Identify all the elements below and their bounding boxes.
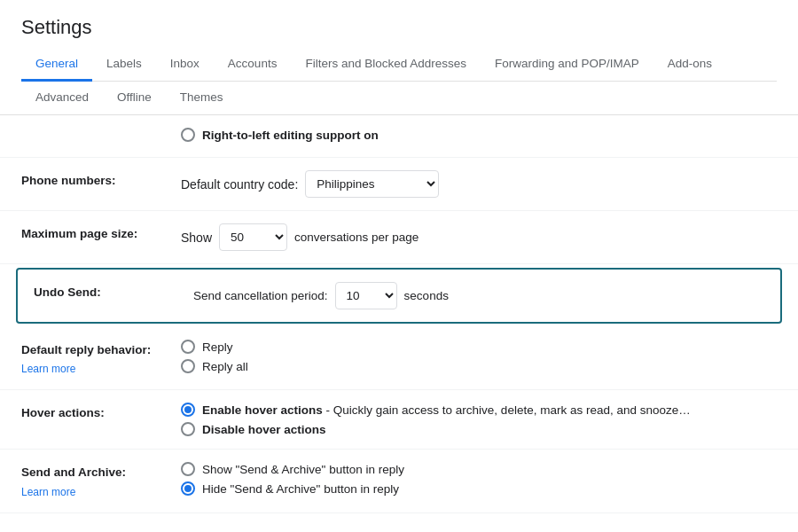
undo-send-row: Undo Send: Send cancellation period: 5 1… <box>16 268 782 324</box>
conversations-per-page-text: conversations per page <box>294 231 419 244</box>
send-archive-row: Send and Archive: Learn more Show "Send … <box>0 450 798 512</box>
show-send-archive-option[interactable]: Show "Send & Archive" button in reply <box>181 462 777 476</box>
max-page-size-label: Maximum page size: <box>21 223 181 243</box>
reply-label: Reply <box>202 340 233 354</box>
default-reply-content: Reply Reply all <box>181 340 777 373</box>
hide-send-archive-radio[interactable] <box>181 481 195 496</box>
tab-forwarding[interactable]: Forwarding and POP/IMAP <box>481 48 653 82</box>
reply-option[interactable]: Reply <box>181 340 777 354</box>
seconds-label: seconds <box>404 289 449 302</box>
tab-themes[interactable]: Themes <box>166 82 238 115</box>
tab-offline[interactable]: Offline <box>103 82 166 115</box>
default-reply-row: Default reply behavior: Learn more Reply… <box>0 327 798 390</box>
disable-hover-option[interactable]: Disable hover actions <box>181 422 777 436</box>
tab-addons[interactable]: Add-ons <box>653 48 726 82</box>
cancellation-period-select[interactable]: 5 10 20 30 <box>335 282 397 309</box>
tab-filters[interactable]: Filters and Blocked Addresses <box>291 48 481 82</box>
default-reply-learn-more[interactable]: Learn more <box>21 361 181 377</box>
cancellation-period-label: Send cancellation period: <box>193 289 328 302</box>
country-code-label: Default country code: <box>181 177 298 192</box>
show-label: Show <box>181 231 212 245</box>
hover-actions-content: Enable hover actions - Quickly gain acce… <box>181 403 777 436</box>
phone-numbers-content: Default country code: Philippines United… <box>181 170 777 198</box>
settings-header: Settings General Labels Inbox Accounts F… <box>0 0 798 82</box>
reply-all-radio[interactable] <box>181 359 195 373</box>
hide-send-archive-label: Hide "Send & Archive" button in reply <box>202 482 399 496</box>
tab-labels[interactable]: Labels <box>92 48 156 82</box>
phone-numbers-row: Phone numbers: Default country code: Phi… <box>0 158 798 211</box>
enable-hover-label: Enable hover actions - Quickly gain acce… <box>202 403 691 417</box>
undo-send-content: Send cancellation period: 5 10 20 30 sec… <box>193 282 764 309</box>
tab-inbox[interactable]: Inbox <box>156 48 214 82</box>
primary-tabs: General Labels Inbox Accounts Filters an… <box>21 48 777 82</box>
rtl-setting-row: Right-to-left editing support on <box>0 115 798 158</box>
enable-hover-option[interactable]: Enable hover actions - Quickly gain acce… <box>181 403 777 417</box>
show-send-archive-radio[interactable] <box>181 462 195 476</box>
hide-send-archive-option[interactable]: Hide "Send & Archive" button in reply <box>181 481 777 496</box>
hover-actions-row: Hover actions: Enable hover actions - Qu… <box>0 390 798 450</box>
hover-actions-label: Hover actions: <box>21 403 181 422</box>
tab-accounts[interactable]: Accounts <box>214 48 292 82</box>
default-reply-label: Default reply behavior: Learn more <box>21 340 181 377</box>
reply-radio[interactable] <box>181 340 195 354</box>
settings-content: Right-to-left editing support on Phone n… <box>0 115 798 532</box>
cancellation-row: Send cancellation period: 5 10 20 30 sec… <box>193 282 764 309</box>
rtl-radio[interactable] <box>181 128 195 142</box>
undo-send-label: Undo Send: <box>34 282 193 301</box>
country-code-select[interactable]: Philippines United States United Kingdom… <box>305 170 439 198</box>
send-archive-label: Send and Archive: Learn more <box>21 462 181 499</box>
rtl-option-row: Right-to-left editing support on <box>181 128 777 142</box>
page-size-row: Show 10 15 20 25 50 100 conversations pe… <box>181 223 777 251</box>
rtl-option-label: Right-to-left editing support on <box>202 129 379 142</box>
disable-hover-radio[interactable] <box>181 422 195 436</box>
phone-numbers-label: Phone numbers: <box>21 170 181 190</box>
disable-hover-label: Disable hover actions <box>202 423 326 436</box>
page-size-select[interactable]: 10 15 20 25 50 100 <box>219 223 287 251</box>
tab-general[interactable]: General <box>21 48 92 82</box>
send-archive-learn-more[interactable]: Learn more <box>21 484 181 500</box>
phone-country-row: Default country code: Philippines United… <box>181 170 777 198</box>
reply-all-label: Reply all <box>202 360 248 373</box>
tab-advanced[interactable]: Advanced <box>21 82 103 115</box>
reply-all-option[interactable]: Reply all <box>181 359 777 373</box>
max-page-size-row: Maximum page size: Show 10 15 20 25 50 1… <box>0 211 798 264</box>
show-send-archive-label: Show "Send & Archive" button in reply <box>202 463 404 476</box>
max-page-size-content: Show 10 15 20 25 50 100 conversations pe… <box>181 223 777 251</box>
rtl-content: Right-to-left editing support on <box>181 128 777 142</box>
enable-hover-radio[interactable] <box>181 403 195 417</box>
page-title: Settings <box>21 16 777 39</box>
rtl-label-spacer <box>21 128 181 129</box>
secondary-tabs: Advanced Offline Themes <box>0 82 798 115</box>
send-archive-content: Show "Send & Archive" button in reply Hi… <box>181 462 777 496</box>
